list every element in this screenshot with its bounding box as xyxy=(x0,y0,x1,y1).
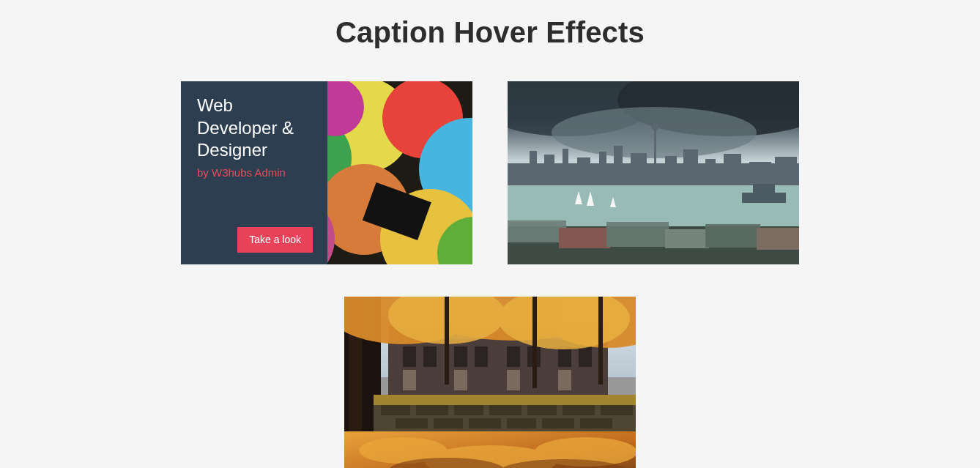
svg-rect-30 xyxy=(724,154,741,184)
svg-rect-40 xyxy=(559,228,610,248)
svg-rect-72 xyxy=(416,405,448,415)
svg-point-26 xyxy=(652,123,659,130)
svg-rect-78 xyxy=(396,418,428,428)
card-item[interactable] xyxy=(508,81,799,264)
svg-rect-82 xyxy=(542,418,574,428)
svg-rect-24 xyxy=(631,153,647,184)
svg-rect-25 xyxy=(654,122,656,184)
svg-rect-21 xyxy=(577,157,590,184)
card-item[interactable] xyxy=(344,297,636,468)
svg-rect-59 xyxy=(558,370,571,390)
svg-rect-48 xyxy=(403,346,416,367)
card-grid: Web Developer & Designer by W3hubs Admin… xyxy=(0,81,980,468)
svg-rect-52 xyxy=(507,346,520,367)
svg-rect-79 xyxy=(434,418,463,428)
svg-rect-39 xyxy=(508,220,566,242)
svg-rect-20 xyxy=(563,149,568,184)
take-a-look-button[interactable]: Take a look xyxy=(237,227,313,253)
svg-rect-81 xyxy=(507,418,536,428)
svg-rect-73 xyxy=(454,405,483,415)
svg-rect-19 xyxy=(544,155,554,184)
svg-rect-75 xyxy=(527,405,557,415)
card-item[interactable]: Web Developer & Designer by W3hubs Admin… xyxy=(181,81,472,264)
svg-rect-44 xyxy=(757,228,799,250)
svg-rect-71 xyxy=(381,405,410,415)
svg-rect-50 xyxy=(454,346,467,367)
svg-rect-42 xyxy=(665,229,709,248)
svg-rect-18 xyxy=(530,151,537,184)
svg-rect-49 xyxy=(423,346,437,367)
svg-rect-74 xyxy=(489,405,521,415)
svg-rect-36 xyxy=(742,193,786,203)
svg-rect-28 xyxy=(683,149,698,184)
caption-byline: by W3hubs Admin xyxy=(197,166,313,179)
svg-rect-85 xyxy=(374,395,636,405)
card-image xyxy=(344,297,636,468)
svg-rect-83 xyxy=(580,418,612,428)
svg-rect-80 xyxy=(469,418,501,428)
caption-title: Web Developer & Designer xyxy=(197,94,313,162)
svg-rect-54 xyxy=(558,346,571,367)
svg-rect-31 xyxy=(749,162,771,184)
svg-rect-29 xyxy=(705,159,716,184)
svg-rect-76 xyxy=(563,405,595,415)
svg-rect-41 xyxy=(606,222,669,247)
svg-rect-22 xyxy=(599,152,606,184)
svg-rect-56 xyxy=(403,370,416,390)
svg-rect-27 xyxy=(665,156,677,184)
card-image xyxy=(508,81,799,264)
card-caption-panel: Web Developer & Designer by W3hubs Admin… xyxy=(181,81,327,264)
svg-rect-32 xyxy=(775,157,797,184)
svg-rect-37 xyxy=(753,184,775,194)
svg-rect-51 xyxy=(475,346,488,367)
svg-rect-23 xyxy=(614,146,623,184)
page-title: Caption Hover Effects xyxy=(0,16,980,49)
svg-rect-57 xyxy=(454,370,467,390)
svg-rect-58 xyxy=(507,370,520,390)
svg-rect-77 xyxy=(601,405,633,415)
svg-rect-43 xyxy=(705,224,760,248)
svg-rect-55 xyxy=(579,346,592,367)
